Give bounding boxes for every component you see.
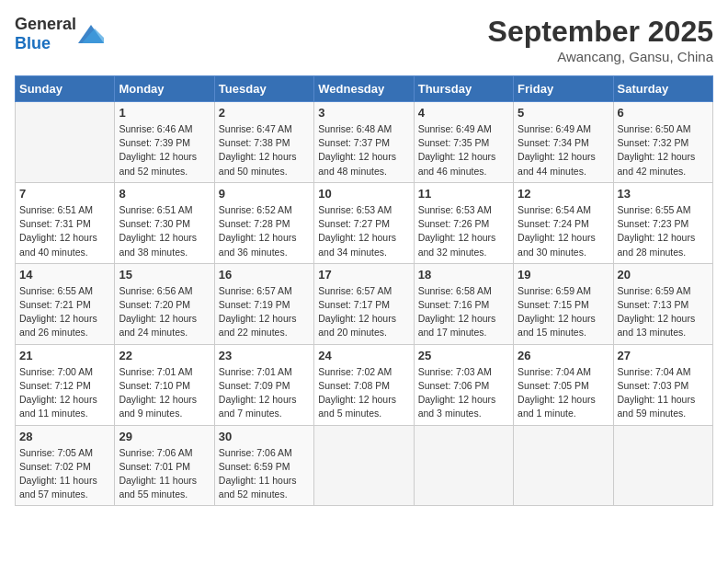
week-row-4: 21Sunrise: 7:00 AM Sunset: 7:12 PM Dayli…: [16, 344, 713, 425]
day-number: 10: [318, 187, 409, 201]
day-detail: Sunrise: 7:01 AM Sunset: 7:09 PM Dayligh…: [219, 365, 310, 421]
day-number: 20: [618, 268, 709, 282]
day-detail: Sunrise: 7:04 AM Sunset: 7:05 PM Dayligh…: [518, 365, 609, 421]
calendar-cell: 26Sunrise: 7:04 AM Sunset: 7:05 PM Dayli…: [514, 344, 613, 425]
day-number: 7: [19, 187, 110, 201]
calendar-cell: 9Sunrise: 6:52 AM Sunset: 7:28 PM Daylig…: [214, 182, 313, 263]
calendar-cell: 13Sunrise: 6:55 AM Sunset: 7:23 PM Dayli…: [613, 182, 712, 263]
day-detail: Sunrise: 6:55 AM Sunset: 7:21 PM Dayligh…: [19, 284, 110, 340]
day-detail: Sunrise: 7:05 AM Sunset: 7:02 PM Dayligh…: [19, 446, 110, 502]
calendar-table: SundayMondayTuesdayWednesdayThursdayFrid…: [15, 75, 713, 506]
calendar-cell: 7Sunrise: 6:51 AM Sunset: 7:31 PM Daylig…: [16, 182, 115, 263]
day-detail: Sunrise: 6:57 AM Sunset: 7:17 PM Dayligh…: [318, 284, 409, 340]
col-header-monday: Monday: [115, 76, 214, 102]
calendar-cell: 20Sunrise: 6:59 AM Sunset: 7:13 PM Dayli…: [613, 263, 712, 344]
day-number: 5: [518, 106, 609, 120]
col-header-sunday: Sunday: [16, 76, 115, 102]
day-detail: Sunrise: 6:59 AM Sunset: 7:15 PM Dayligh…: [518, 284, 609, 340]
calendar-cell: 15Sunrise: 6:56 AM Sunset: 7:20 PM Dayli…: [115, 263, 214, 344]
col-header-saturday: Saturday: [613, 76, 712, 102]
day-number: 3: [318, 106, 409, 120]
calendar-cell: 25Sunrise: 7:03 AM Sunset: 7:06 PM Dayli…: [414, 344, 513, 425]
logo-blue: Blue: [15, 34, 51, 52]
calendar-cell: 10Sunrise: 6:53 AM Sunset: 7:27 PM Dayli…: [314, 182, 414, 263]
calendar-cell: 24Sunrise: 7:02 AM Sunset: 7:08 PM Dayli…: [314, 344, 414, 425]
calendar-cell: 14Sunrise: 6:55 AM Sunset: 7:21 PM Dayli…: [16, 263, 115, 344]
day-detail: Sunrise: 7:06 AM Sunset: 6:59 PM Dayligh…: [219, 446, 310, 502]
week-row-1: 1Sunrise: 6:46 AM Sunset: 7:39 PM Daylig…: [16, 102, 713, 183]
day-number: 26: [518, 349, 609, 362]
day-number: 29: [119, 430, 210, 443]
calendar-cell: 1Sunrise: 6:46 AM Sunset: 7:39 PM Daylig…: [115, 102, 214, 183]
day-of-week-header-row: SundayMondayTuesdayWednesdayThursdayFrid…: [16, 76, 713, 102]
calendar-cell: 28Sunrise: 7:05 AM Sunset: 7:02 PM Dayli…: [16, 425, 115, 506]
day-detail: Sunrise: 6:54 AM Sunset: 7:24 PM Dayligh…: [518, 203, 609, 259]
day-number: 8: [119, 187, 210, 201]
day-detail: Sunrise: 6:56 AM Sunset: 7:20 PM Dayligh…: [119, 284, 210, 340]
day-number: 15: [119, 268, 210, 282]
day-detail: Sunrise: 7:00 AM Sunset: 7:12 PM Dayligh…: [19, 365, 110, 421]
col-header-tuesday: Tuesday: [214, 76, 313, 102]
day-detail: Sunrise: 6:46 AM Sunset: 7:39 PM Dayligh…: [119, 122, 210, 178]
day-detail: Sunrise: 6:47 AM Sunset: 7:38 PM Dayligh…: [219, 122, 310, 178]
col-header-wednesday: Wednesday: [314, 76, 414, 102]
day-number: 27: [618, 349, 709, 362]
day-number: 12: [518, 187, 609, 201]
calendar-cell: 22Sunrise: 7:01 AM Sunset: 7:10 PM Dayli…: [115, 344, 214, 425]
day-number: 25: [418, 349, 509, 362]
day-detail: Sunrise: 6:52 AM Sunset: 7:28 PM Dayligh…: [219, 203, 310, 259]
calendar-cell: 30Sunrise: 7:06 AM Sunset: 6:59 PM Dayli…: [214, 425, 313, 506]
day-number: 28: [19, 430, 110, 443]
location: Awancang, Gansu, China: [488, 49, 713, 64]
day-detail: Sunrise: 6:57 AM Sunset: 7:19 PM Dayligh…: [219, 284, 310, 340]
calendar-cell: 21Sunrise: 7:00 AM Sunset: 7:12 PM Dayli…: [16, 344, 115, 425]
day-detail: Sunrise: 7:04 AM Sunset: 7:03 PM Dayligh…: [618, 365, 709, 421]
day-number: 14: [19, 268, 110, 282]
day-number: 22: [119, 349, 210, 362]
day-detail: Sunrise: 6:50 AM Sunset: 7:32 PM Dayligh…: [618, 122, 709, 178]
calendar-cell: [514, 425, 613, 506]
day-detail: Sunrise: 7:03 AM Sunset: 7:06 PM Dayligh…: [418, 365, 509, 421]
week-row-3: 14Sunrise: 6:55 AM Sunset: 7:21 PM Dayli…: [16, 263, 713, 344]
day-number: 13: [618, 187, 709, 201]
day-number: 24: [318, 349, 409, 362]
day-number: 2: [219, 106, 310, 120]
calendar-cell: 16Sunrise: 6:57 AM Sunset: 7:19 PM Dayli…: [214, 263, 313, 344]
page-header: General Blue September 2025 Awancang, Ga…: [15, 15, 713, 64]
day-number: 4: [418, 106, 509, 120]
logo-general: General: [15, 15, 76, 33]
day-number: 21: [19, 349, 110, 362]
day-number: 18: [418, 268, 509, 282]
calendar-cell: 11Sunrise: 6:53 AM Sunset: 7:26 PM Dayli…: [414, 182, 513, 263]
month-title: September 2025: [488, 15, 713, 49]
day-number: 19: [518, 268, 609, 282]
calendar-cell: 29Sunrise: 7:06 AM Sunset: 7:01 PM Dayli…: [115, 425, 214, 506]
logo-icon: [78, 25, 104, 43]
week-row-5: 28Sunrise: 7:05 AM Sunset: 7:02 PM Dayli…: [16, 425, 713, 506]
calendar-cell: 6Sunrise: 6:50 AM Sunset: 7:32 PM Daylig…: [613, 102, 712, 183]
title-block: September 2025 Awancang, Gansu, China: [488, 15, 713, 64]
calendar-cell: [613, 425, 712, 506]
day-detail: Sunrise: 6:53 AM Sunset: 7:26 PM Dayligh…: [418, 203, 509, 259]
calendar-cell: 5Sunrise: 6:49 AM Sunset: 7:34 PM Daylig…: [514, 102, 613, 183]
logo: General Blue: [15, 15, 104, 53]
day-number: 16: [219, 268, 310, 282]
day-detail: Sunrise: 6:51 AM Sunset: 7:30 PM Dayligh…: [119, 203, 210, 259]
day-detail: Sunrise: 6:49 AM Sunset: 7:34 PM Dayligh…: [518, 122, 609, 178]
week-row-2: 7Sunrise: 6:51 AM Sunset: 7:31 PM Daylig…: [16, 182, 713, 263]
calendar-cell: [16, 102, 115, 183]
day-detail: Sunrise: 7:01 AM Sunset: 7:10 PM Dayligh…: [119, 365, 210, 421]
day-detail: Sunrise: 7:06 AM Sunset: 7:01 PM Dayligh…: [119, 446, 210, 502]
day-detail: Sunrise: 7:02 AM Sunset: 7:08 PM Dayligh…: [318, 365, 409, 421]
day-detail: Sunrise: 6:59 AM Sunset: 7:13 PM Dayligh…: [618, 284, 709, 340]
day-number: 11: [418, 187, 509, 201]
day-detail: Sunrise: 6:51 AM Sunset: 7:31 PM Dayligh…: [19, 203, 110, 259]
calendar-cell: 8Sunrise: 6:51 AM Sunset: 7:30 PM Daylig…: [115, 182, 214, 263]
col-header-thursday: Thursday: [414, 76, 513, 102]
day-detail: Sunrise: 6:53 AM Sunset: 7:27 PM Dayligh…: [318, 203, 409, 259]
calendar-cell: 27Sunrise: 7:04 AM Sunset: 7:03 PM Dayli…: [613, 344, 712, 425]
day-number: 1: [119, 106, 210, 120]
day-number: 30: [219, 430, 310, 443]
calendar-body: 1Sunrise: 6:46 AM Sunset: 7:39 PM Daylig…: [16, 102, 713, 506]
calendar-cell: 12Sunrise: 6:54 AM Sunset: 7:24 PM Dayli…: [514, 182, 613, 263]
